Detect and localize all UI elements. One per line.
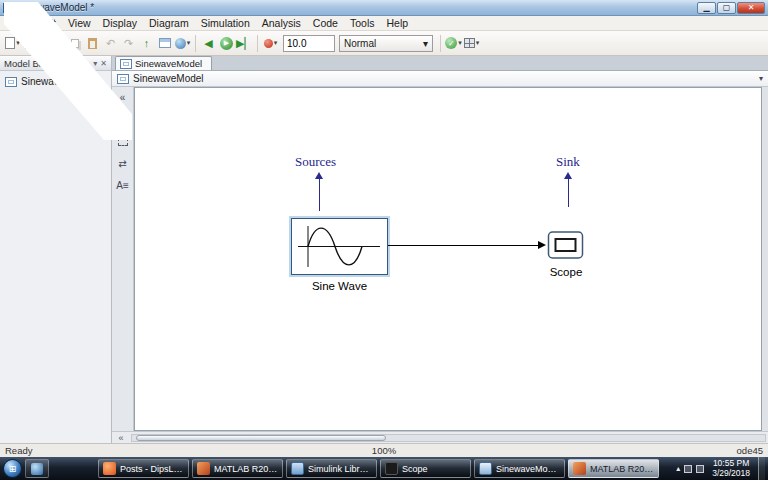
step-back-icon: ◀: [204, 37, 212, 50]
paste-button[interactable]: [84, 34, 101, 52]
redo-icon: ↷: [124, 37, 133, 50]
model-block-icon: [5, 77, 17, 87]
tab-sinewavemodel[interactable]: SinewaveModel: [115, 56, 212, 70]
network-icon[interactable]: [684, 465, 692, 473]
scope-window-icon: [385, 462, 398, 475]
redo-button[interactable]: ↷: [120, 34, 137, 52]
annotation-sink[interactable]: Sink: [556, 154, 580, 170]
menu-diagram[interactable]: Diagram: [143, 17, 195, 29]
scope-screen-icon: [546, 229, 585, 262]
record-icon: [264, 39, 273, 48]
chevron-down-icon: ▾: [423, 38, 428, 49]
undo-icon: ↶: [106, 37, 115, 50]
scope-label[interactable]: Scope: [539, 266, 593, 278]
model-explorer-button[interactable]: ▾: [174, 34, 191, 52]
navigate-up-button[interactable]: ↑: [138, 34, 155, 52]
close-button[interactable]: ✕: [737, 2, 765, 14]
windows-taskbar: ⊞ Posts - DipsLab... MATLAB R2013a Simul…: [0, 457, 768, 480]
menu-analysis[interactable]: Analysis: [256, 17, 307, 29]
menu-bar: File Edit View Display Diagram Simulatio…: [0, 16, 768, 31]
sine-wave-glyph: [292, 219, 387, 274]
step-forward-icon: ▶▏: [236, 37, 253, 50]
record-button[interactable]: ▾: [262, 34, 279, 52]
taskbar-button-matlab-2[interactable]: MATLAB R2013a: [568, 459, 659, 478]
scrollbar-thumb[interactable]: [136, 435, 386, 441]
canvas-region: « ⇄ A≡ Sources Sink: [112, 87, 768, 431]
annotation-sources[interactable]: Sources: [295, 154, 336, 170]
model-canvas[interactable]: Sources Sink Sine Wave: [134, 87, 762, 431]
scope-block[interactable]: [546, 229, 585, 262]
start-button[interactable]: ⊞: [3, 459, 22, 478]
menu-help[interactable]: Help: [380, 17, 414, 29]
horizontal-scrollbar[interactable]: [131, 434, 766, 442]
taskbar-button-posts[interactable]: Posts - DipsLab...: [98, 459, 189, 478]
sim-stop-time-input[interactable]: [283, 35, 335, 52]
sim-mode-select[interactable]: Normal ▾: [339, 35, 433, 52]
minimize-button[interactable]: ▁: [697, 2, 716, 14]
build-button[interactable]: ▾: [463, 34, 480, 52]
tray-expand-icon[interactable]: ▴: [676, 464, 680, 473]
model-block-icon: [117, 74, 129, 84]
new-model-icon: [5, 37, 15, 49]
tab-bar: SinewaveModel: [112, 56, 768, 71]
menu-tools[interactable]: Tools: [344, 17, 381, 29]
check-icon: ✓: [445, 37, 457, 49]
model-explorer-icon: [175, 38, 186, 49]
breadcrumb-dropdown-icon[interactable]: ▾: [759, 74, 763, 83]
model-block-icon: [120, 59, 132, 69]
menu-code[interactable]: Code: [307, 17, 344, 29]
sine-wave-block[interactable]: [291, 218, 388, 275]
step-forward-button[interactable]: ▶▏: [236, 34, 253, 52]
library-browser-button[interactable]: [156, 34, 173, 52]
signal-wire[interactable]: [388, 245, 538, 246]
sources-arrow-line: [319, 178, 320, 211]
menu-view[interactable]: View: [62, 17, 97, 29]
pan-icon[interactable]: ⇄: [115, 156, 131, 171]
browser-icon: [103, 462, 116, 475]
menu-simulation[interactable]: Simulation: [195, 17, 256, 29]
breadcrumb: SinewaveModel ▾: [112, 71, 768, 87]
step-back-button[interactable]: ◀: [200, 34, 217, 52]
taskbar-button-simulink-library[interactable]: Simulink Library ...: [286, 459, 377, 478]
volume-icon[interactable]: [696, 465, 704, 473]
sink-arrow-line: [568, 178, 569, 207]
show-desktop-button[interactable]: [758, 457, 765, 480]
annotation-icon[interactable]: A≡: [115, 178, 131, 193]
panel-close-icon[interactable]: ✕: [100, 59, 107, 68]
taskbar-button-sinewavemodel[interactable]: SinewaveModel *: [474, 459, 565, 478]
simulink-library-icon: [291, 462, 304, 475]
editor-area: SinewaveModel SinewaveModel ▾ « ⇄ A≡ Sou…: [112, 56, 768, 443]
run-button[interactable]: ▶: [218, 34, 235, 52]
pinned-app-icon: [31, 463, 43, 475]
undo-button[interactable]: ↶: [102, 34, 119, 52]
signal-wire-arrow: [538, 241, 546, 249]
toolbar-separator: [257, 35, 258, 52]
matlab-icon: [573, 462, 586, 475]
collapse-left-icon[interactable]: «: [114, 433, 128, 443]
status-zoom: 100%: [372, 445, 396, 456]
paste-icon: [88, 38, 97, 49]
status-solver: ode45: [396, 445, 763, 456]
toolbar-separator: [195, 35, 196, 52]
library-browser-icon: [159, 38, 171, 48]
breadcrumb-label[interactable]: SinewaveModel: [133, 73, 204, 84]
taskbar-button-scope[interactable]: Scope: [380, 459, 471, 478]
run-icon: ▶: [220, 37, 233, 50]
update-diagram-button[interactable]: ✓▾: [445, 34, 462, 52]
sine-wave-label[interactable]: Sine Wave: [291, 280, 388, 292]
pinned-app-button[interactable]: [25, 459, 49, 478]
up-arrow-icon: ↑: [144, 37, 150, 49]
matlab-icon: [197, 462, 210, 475]
panel-menu-icon[interactable]: ▾: [93, 59, 97, 68]
tab-label: SinewaveModel: [135, 58, 202, 69]
status-ready: Ready: [5, 445, 372, 456]
maximize-button[interactable]: ▢: [717, 2, 736, 14]
menu-display[interactable]: Display: [97, 17, 143, 29]
toolbar-separator: [440, 35, 441, 52]
status-bar: Ready 100% ode45: [0, 443, 768, 457]
desktop: { "window": { "title": "SinewaveModel *"…: [0, 0, 768, 480]
horizontal-scroll-row: «: [112, 431, 768, 443]
taskbar-button-matlab-1[interactable]: MATLAB R2013a: [192, 459, 283, 478]
taskbar-clock[interactable]: 10:55 PM 3/29/2018: [708, 459, 754, 479]
sim-mode-value: Normal: [344, 38, 376, 49]
